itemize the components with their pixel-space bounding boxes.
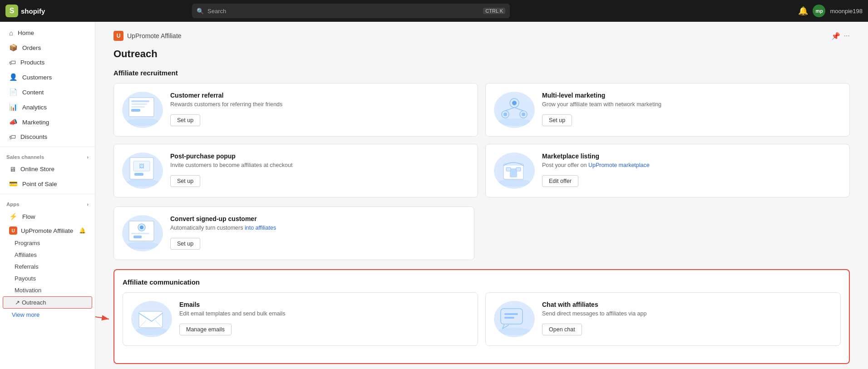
- outreach-icon: ↗: [15, 299, 20, 306]
- svg-rect-4: [131, 106, 145, 108]
- search-bar[interactable]: 🔍 Search CTRL K: [192, 4, 510, 18]
- apps-expand-icon[interactable]: ›: [87, 202, 89, 207]
- card-btn-convert[interactable]: Set up: [170, 238, 200, 250]
- svg-rect-29: [131, 233, 149, 234]
- sidebar-sub-payouts[interactable]: Payouts: [3, 273, 92, 284]
- notification-icon[interactable]: 🔔: [798, 6, 808, 16]
- sidebar-label-analytics: Analytics: [22, 104, 47, 111]
- card-desc-emails: Edit email templates and send bulk email…: [179, 310, 469, 318]
- shopify-logo[interactable]: S shopify: [5, 5, 45, 17]
- svg-point-15: [125, 179, 160, 187]
- page-title: Outreach: [109, 48, 854, 60]
- sidebar-item-home[interactable]: ⌂ Home: [3, 26, 92, 40]
- uppromote-notification-icon: 🔔: [79, 227, 86, 234]
- card-btn-referral[interactable]: Set up: [170, 114, 200, 126]
- topnav: S shopify 🔍 Search CTRL K 🔔 mp moonpie19…: [0, 0, 868, 22]
- card-btn-mlm[interactable]: Set up: [542, 114, 572, 126]
- sidebar-item-customers[interactable]: 👤 Customers: [3, 70, 92, 84]
- home-icon: ⌂: [9, 29, 13, 37]
- recruitment-section-title: Affiliate recruitment: [113, 69, 850, 77]
- app-logo: U: [113, 31, 123, 41]
- svg-line-13: [505, 108, 514, 111]
- svg-point-25: [125, 242, 160, 249]
- sidebar-item-discounts[interactable]: 🏷 Discounts: [3, 130, 92, 144]
- more-icon[interactable]: ···: [844, 32, 850, 40]
- svg-point-28: [140, 226, 143, 229]
- card-illustration-referral: [122, 92, 163, 128]
- card-desc-popup: Invite customers to become affiliates at…: [170, 162, 469, 170]
- convert-link[interactable]: into affiliates: [245, 225, 276, 231]
- sidebar-sub-referrals[interactable]: Referrals: [3, 261, 92, 272]
- sidebar-item-point-of-sale[interactable]: 💳 Point of Sale: [3, 177, 92, 191]
- sidebar-sub-outreach[interactable]: ↗Outreach: [3, 296, 92, 309]
- topnav-right: 🔔 mp moonpie198: [798, 5, 863, 17]
- sales-channels-title: Sales channels: [6, 154, 44, 160]
- card-btn-marketplace[interactable]: Edit offer: [542, 175, 578, 187]
- recruitment-section: Affiliate recruitment: [109, 69, 854, 260]
- svg-rect-23: [506, 167, 511, 171]
- svg-rect-5: [131, 109, 140, 112]
- sidebar-sub-motivation[interactable]: Motivation: [3, 285, 92, 296]
- svg-rect-33: [139, 311, 163, 328]
- sidebar-label-pos: Point of Sale: [22, 181, 57, 187]
- sidebar-label-online-store: Online Store: [20, 166, 54, 172]
- sidebar-sub-affiliates[interactable]: Affiliates: [3, 249, 92, 261]
- card-marketplace: Marketplace listing Post your offer on U…: [485, 144, 850, 197]
- affiliate-communication-section: Affiliate communication: [113, 269, 850, 364]
- communication-section-wrapper: Affiliate communication: [109, 269, 854, 364]
- card-btn-chat[interactable]: Open chat: [542, 324, 582, 335]
- card-body-emails: Emails Edit email templates and send bul…: [179, 301, 469, 335]
- svg-point-0: [125, 118, 160, 126]
- card-btn-emails[interactable]: Manage emails: [179, 324, 232, 335]
- card-body-referral: Customer referral Rewards customers for …: [170, 92, 469, 126]
- svg-text:🖼: 🖼: [139, 163, 144, 169]
- card-desc-referral: Rewards customers for referring their fr…: [170, 101, 469, 109]
- svg-line-14: [514, 108, 523, 111]
- sidebar-divider-2: [0, 194, 95, 194]
- convert-card-row: Convert signed-up customer Automatically…: [113, 207, 850, 260]
- search-placeholder: Search: [207, 8, 226, 15]
- marketplace-link[interactable]: UpPromote marketplace: [588, 162, 650, 168]
- layout: ⌂ Home 📦 Orders 🏷 Products 👤 Customers 📄…: [0, 22, 868, 369]
- svg-point-20: [497, 179, 532, 187]
- card-title-chat: Chat with affiliates: [542, 301, 832, 308]
- sidebar-divider-1: [0, 147, 95, 147]
- card-emails: Emails Edit email templates and send bul…: [123, 292, 478, 346]
- card-body-marketplace: Marketplace listing Post your offer on U…: [542, 153, 841, 187]
- apps-title: Apps: [6, 202, 20, 207]
- main-content: U UpPromote Affiliate 📌 ··· Outreach Aff…: [95, 22, 868, 369]
- app-header-title: UpPromote Affiliate: [127, 32, 182, 39]
- discounts-icon: 🏷: [9, 133, 16, 141]
- sidebar-label-customers: Customers: [22, 74, 52, 81]
- card-illustration-mlm: [494, 92, 535, 128]
- svg-rect-35: [501, 309, 523, 324]
- sidebar-item-content[interactable]: 📄 Content: [3, 85, 92, 99]
- sidebar: ⌂ Home 📦 Orders 🏷 Products 👤 Customers 📄…: [0, 22, 95, 369]
- sidebar-item-online-store[interactable]: 🖥 Online Store: [3, 162, 92, 176]
- sidebar-item-marketing[interactable]: 📣 Marketing: [3, 115, 92, 129]
- search-shortcut: CTRL K: [483, 8, 505, 14]
- shopify-logo-icon: S: [5, 5, 18, 17]
- card-btn-popup[interactable]: Set up: [170, 175, 200, 187]
- view-more-link[interactable]: View more: [0, 309, 95, 320]
- card-convert: Convert signed-up customer Automatically…: [113, 207, 474, 260]
- sidebar-item-products[interactable]: 🏷 Products: [3, 55, 92, 69]
- card-title-mlm: Multi-level marketing: [542, 92, 841, 99]
- card-body-popup: Post-purchase popup Invite customers to …: [170, 153, 469, 187]
- svg-point-8: [512, 101, 517, 105]
- username: moonpie198: [830, 8, 863, 15]
- sidebar-item-flow[interactable]: ⚡ Flow: [3, 209, 92, 224]
- pin-icon[interactable]: 📌: [831, 32, 840, 40]
- sidebar-label-products: Products: [20, 59, 44, 66]
- card-title-referral: Customer referral: [170, 92, 469, 99]
- avatar[interactable]: mp: [813, 5, 825, 17]
- card-desc-chat: Send direct messages to affiliates via a…: [542, 310, 832, 318]
- sidebar-item-analytics[interactable]: 📊 Analytics: [3, 100, 92, 114]
- sidebar-sub-programs[interactable]: Programs: [3, 237, 92, 249]
- online-store-icon: 🖥: [9, 165, 16, 173]
- sales-channels-expand-icon[interactable]: ›: [87, 154, 89, 160]
- card-desc-convert: Automatically turn customers into affili…: [170, 224, 466, 232]
- sidebar-item-orders[interactable]: 📦 Orders: [3, 40, 92, 55]
- sidebar-label-discounts: Discounts: [20, 133, 47, 140]
- sidebar-item-uppromote[interactable]: U UpPromote Affiliate 🔔: [3, 224, 92, 237]
